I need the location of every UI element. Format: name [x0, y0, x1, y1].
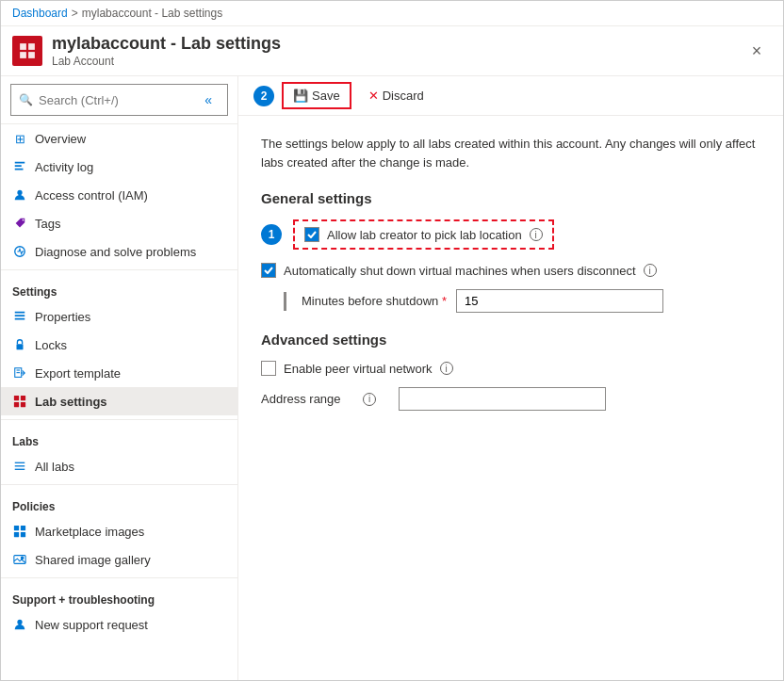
- save-icon: 💾: [293, 89, 308, 103]
- minutes-shutdown-section: Minutes before shutdown *: [261, 289, 760, 313]
- close-button[interactable]: ×: [742, 36, 772, 66]
- sidebar-item-label: Diagnose and solve problems: [35, 245, 196, 259]
- all-labs-icon: [12, 459, 27, 474]
- svg-rect-17: [14, 396, 19, 400]
- address-range-label: Address range: [261, 392, 355, 406]
- svg-rect-16: [17, 372, 21, 373]
- allow-lab-creator-label: Allow lab creator to pick lab location: [327, 228, 522, 242]
- toolbar: 2 💾 Save ✕ Discard: [238, 76, 783, 116]
- address-range-info-icon[interactable]: i: [363, 393, 376, 406]
- address-range-input[interactable]: [399, 387, 606, 411]
- sidebar-item-label: Access control (IAM): [35, 188, 148, 203]
- breadcrumb: Dashboard > mylabaccount - Lab settings: [1, 1, 783, 26]
- sidebar-item-shared-image-gallery[interactable]: Shared image gallery: [1, 545, 237, 574]
- general-settings-title: General settings: [261, 190, 760, 206]
- title-bar: mylabaccount - Lab settings Lab Account …: [1, 26, 783, 76]
- auto-shutdown-row: Automatically shut down virtual machines…: [261, 263, 760, 278]
- sidebar-item-lab-settings[interactable]: Lab settings: [1, 387, 237, 415]
- export-template-icon: [12, 365, 27, 381]
- sidebar: 🔍 « ⊞ Overview Activity log A: [1, 76, 238, 680]
- auto-shutdown-info-icon[interactable]: i: [644, 264, 657, 277]
- sidebar-item-new-support-request[interactable]: New support request: [1, 610, 237, 639]
- svg-rect-13: [17, 344, 24, 349]
- app-icon: [12, 36, 42, 66]
- advanced-settings-title: Advanced settings: [261, 332, 760, 348]
- svg-rect-25: [21, 526, 25, 530]
- svg-point-8: [23, 219, 24, 221]
- svg-point-7: [17, 190, 22, 195]
- sidebar-item-overview[interactable]: ⊞ Overview: [1, 124, 237, 153]
- svg-rect-1: [28, 43, 35, 50]
- peer-network-info-icon[interactable]: i: [440, 362, 453, 375]
- svg-rect-20: [21, 402, 25, 407]
- sidebar-item-label: All labs: [35, 460, 74, 474]
- step-1-badge: 1: [261, 224, 282, 245]
- shared-image-gallery-icon: [12, 552, 27, 567]
- svg-rect-22: [15, 465, 25, 466]
- sidebar-item-access-control[interactable]: Access control (IAM): [1, 181, 237, 209]
- breadcrumb-sep: >: [72, 7, 78, 20]
- page-title: mylabaccount - Lab settings: [52, 34, 281, 54]
- peer-network-label: Enable peer virtual network: [284, 362, 433, 376]
- svg-rect-3: [28, 52, 35, 58]
- minutes-shutdown-row: Minutes before shutdown *: [284, 289, 760, 313]
- svg-rect-24: [14, 526, 19, 530]
- new-support-request-icon: [12, 617, 27, 632]
- sidebar-item-label: Tags: [35, 217, 60, 231]
- sidebar-item-tags[interactable]: Tags: [1, 209, 237, 237]
- allow-lab-creator-checkbox[interactable]: [304, 227, 319, 242]
- sidebar-item-label: New support request: [35, 618, 148, 632]
- allow-lab-creator-info-icon[interactable]: i: [530, 228, 543, 241]
- peer-network-checkbox[interactable]: [261, 361, 276, 376]
- search-input[interactable]: [39, 93, 191, 107]
- step-badge: 2: [253, 86, 274, 106]
- sidebar-item-properties[interactable]: Properties: [1, 302, 237, 331]
- svg-rect-2: [20, 52, 26, 58]
- svg-point-29: [21, 557, 24, 559]
- overview-icon: ⊞: [12, 131, 27, 146]
- settings-section-label: Settings: [1, 274, 237, 302]
- minutes-shutdown-input[interactable]: [456, 289, 663, 313]
- breadcrumb-dashboard[interactable]: Dashboard: [12, 7, 68, 20]
- advanced-settings-section: Advanced settings Enable peer virtual ne…: [261, 332, 760, 411]
- sidebar-item-all-labs[interactable]: All labs: [1, 452, 237, 480]
- sidebar-item-label: Lab settings: [35, 395, 107, 409]
- svg-rect-4: [15, 162, 25, 164]
- sidebar-item-label: Activity log: [35, 160, 93, 174]
- svg-rect-5: [15, 165, 22, 167]
- breadcrumb-current: mylabaccount - Lab settings: [82, 7, 222, 20]
- info-text: The settings below apply to all labs cre…: [261, 135, 760, 171]
- svg-rect-6: [15, 169, 24, 170]
- step-badge-1: 1: [261, 224, 282, 245]
- sidebar-item-label: Marketplace images: [35, 525, 144, 539]
- svg-rect-21: [15, 462, 25, 463]
- content-body: The settings below apply to all labs cre…: [238, 116, 783, 680]
- discard-label: Discard: [383, 89, 424, 103]
- svg-rect-26: [14, 532, 19, 537]
- sidebar-item-activity-log[interactable]: Activity log: [1, 153, 237, 181]
- sidebar-item-diagnose[interactable]: Diagnose and solve problems: [1, 237, 237, 266]
- svg-rect-27: [21, 532, 25, 537]
- title-text-group: mylabaccount - Lab settings Lab Account: [52, 34, 281, 68]
- sidebar-item-label: Locks: [35, 338, 67, 352]
- svg-rect-18: [21, 396, 25, 400]
- address-range-row: Address range i: [261, 387, 760, 411]
- sidebar-item-export-template[interactable]: Export template: [1, 359, 237, 387]
- auto-shutdown-checkbox[interactable]: [261, 263, 276, 278]
- discard-button[interactable]: ✕ Discard: [359, 84, 433, 107]
- sidebar-item-marketplace-images[interactable]: Marketplace images: [1, 517, 237, 545]
- marketplace-images-icon: [12, 524, 27, 539]
- discard-icon: ✕: [368, 89, 379, 103]
- activity-log-icon: [12, 159, 27, 174]
- collapse-button[interactable]: «: [197, 89, 220, 111]
- main-layout: 🔍 « ⊞ Overview Activity log A: [1, 76, 783, 680]
- auto-shutdown-label: Automatically shut down virtual machines…: [284, 264, 636, 278]
- sidebar-item-label: Overview: [35, 132, 86, 146]
- save-button[interactable]: 💾 Save: [282, 82, 351, 109]
- lab-settings-icon: [12, 394, 27, 409]
- content-area: 2 💾 Save ✕ Discard The settings below ap…: [238, 76, 783, 680]
- sidebar-item-label: Shared image gallery: [35, 553, 151, 567]
- indent-bar: [284, 292, 286, 311]
- sidebar-item-locks[interactable]: Locks: [1, 331, 237, 359]
- support-section-label: Support + troubleshooting: [1, 582, 237, 610]
